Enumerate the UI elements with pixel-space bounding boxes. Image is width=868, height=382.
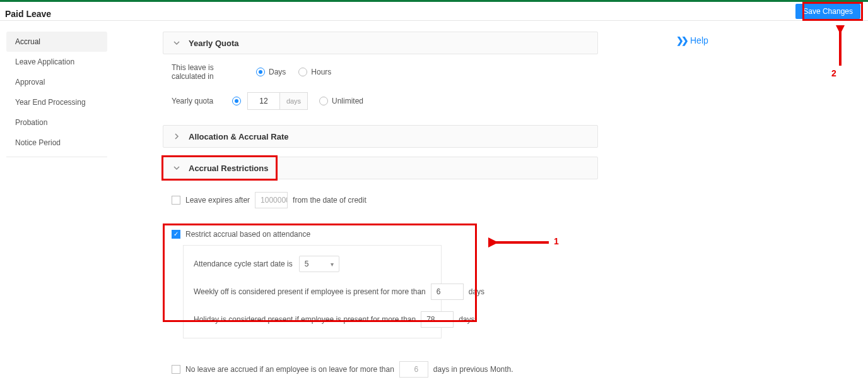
noleave1-post: days in previous Month. (433, 365, 513, 374)
page-title: Paid Leave (5, 9, 51, 19)
sidebar-item-probation[interactable]: Probation (6, 112, 107, 133)
section-yearly-title: Yearly Quota (189, 39, 238, 48)
noleave1-input[interactable] (399, 361, 428, 378)
help-label: Help (690, 35, 708, 45)
weekly-value-input[interactable] (431, 284, 464, 300)
chevron-down-icon: ▾ (331, 261, 334, 268)
expire-value-input[interactable] (255, 192, 288, 208)
annotation-label-2: 2 (831, 68, 836, 78)
sidebar: Accrual Leave Application Approval Year … (6, 32, 107, 157)
weekly-unit: days (469, 287, 484, 296)
sidebar-item-leave-application[interactable]: Leave Application (6, 52, 107, 72)
sidebar-item-year-end[interactable]: Year End Processing (6, 92, 107, 112)
main-panel: Yearly Quota This leave is calculated in… (163, 32, 598, 382)
calc-label: This leave is calculated in (172, 63, 247, 81)
section-yearly-quota-header[interactable]: Yearly Quota (163, 32, 598, 54)
noleave1-pre: No leave are accrued if an employee is o… (185, 365, 394, 374)
save-changes-button[interactable]: Save Changes (795, 4, 860, 19)
radio-days[interactable] (256, 68, 265, 76)
help-link[interactable]: ❯❯ Help (676, 35, 708, 45)
radio-quota-fixed[interactable] (232, 97, 241, 105)
attendance-subpanel: Attendance cycle start date is 5 ▾ Weekl… (183, 245, 442, 338)
holiday-unit: days (459, 315, 474, 324)
page-header: Paid Leave (0, 2, 868, 21)
annotation-arrow-1: 1 (488, 235, 558, 253)
restrictions-more: ✓ No leave are accrued if an employee is… (172, 361, 598, 382)
sidebar-item-accrual[interactable]: Accrual (6, 32, 107, 52)
weekly-label: Weekly off is considered present if empl… (194, 287, 426, 296)
annotation-arrow-2: 2 (834, 25, 847, 72)
section-restrictions-title: Accrual Restrictions (189, 164, 268, 173)
expire-label-post: from the date of credit (293, 196, 367, 205)
quota-unit: days (280, 92, 308, 110)
restrictions-body: ✓ Leave expires after from the date of c… (163, 179, 598, 224)
radio-days-label: Days (269, 68, 286, 76)
sidebar-item-approval[interactable]: Approval (6, 72, 107, 92)
chevron-right-icon (173, 131, 180, 142)
sidebar-divider (6, 157, 107, 157)
radio-quota-unlimited[interactable] (319, 97, 328, 105)
attendance-label: Restrict accrual based on attendance (185, 230, 310, 239)
checkbox-attendance[interactable]: ✓ (172, 230, 180, 239)
section-allocation-title: Allocation & Accrual Rate (189, 132, 288, 141)
cycle-value: 5 (305, 260, 309, 268)
expire-label-pre: Leave expires after (185, 196, 250, 205)
checkbox-expire[interactable]: ✓ (172, 196, 180, 205)
quota-unlimited-label: Unlimited (332, 97, 363, 105)
checkbox-noleave-onleave[interactable]: ✓ (172, 365, 180, 374)
section-restrictions-header[interactable]: Accrual Restrictions (163, 157, 598, 179)
holiday-label: Holiday is considered present if employe… (194, 315, 416, 324)
chevron-down-icon (173, 37, 180, 49)
quota-label: Yearly quota (172, 97, 223, 105)
chevron-double-right-icon: ❯❯ (676, 35, 686, 45)
chevron-down-icon (173, 162, 180, 174)
cycle-label: Attendance cycle start date is (194, 260, 293, 268)
radio-hours-label: Hours (311, 68, 331, 76)
holiday-value-input[interactable] (421, 311, 454, 328)
annotation-label-1: 1 (554, 236, 559, 246)
sidebar-item-notice-period[interactable]: Notice Period (6, 133, 107, 153)
section-allocation-header[interactable]: Allocation & Accrual Rate (163, 125, 598, 148)
quota-value-input[interactable] (247, 92, 280, 110)
yearly-quota-body: This leave is calculated in Days Hours Y… (163, 54, 598, 125)
cycle-select[interactable]: 5 ▾ (299, 256, 339, 272)
radio-hours[interactable] (298, 68, 307, 76)
